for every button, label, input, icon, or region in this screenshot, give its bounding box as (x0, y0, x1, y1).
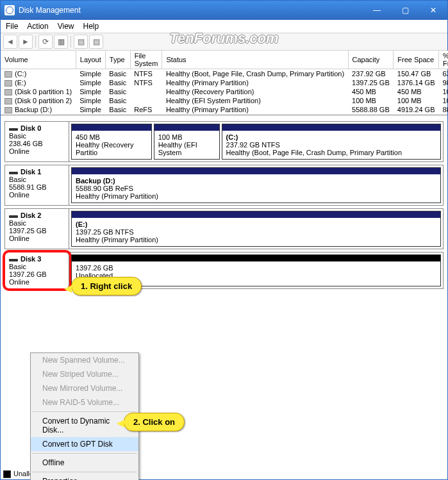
col-layout[interactable]: Layout (76, 51, 105, 69)
disk-row[interactable]: Disk 2Basic1397.25 GBOnline(E:)1397.25 G… (4, 208, 444, 249)
partition[interactable]: (C:)237.92 GB NTFSHealthy (Boot, Page Fi… (222, 124, 441, 160)
context-menu-item: New Striped Volume... (31, 367, 138, 381)
col-fs[interactable]: File System (130, 51, 162, 69)
context-menu-item: New Spanned Volume... (31, 353, 138, 367)
partition[interactable]: 450 MBHealthy (Recovery Partitio (71, 124, 152, 160)
context-menu-item: New Mirrored Volume... (31, 381, 138, 395)
context-menu-item[interactable]: Convert to GPT Disk (31, 437, 138, 451)
volume-table[interactable]: Volume Layout Type File System Status Ca… (1, 51, 448, 114)
maximize-button[interactable]: ▢ (391, 1, 419, 20)
view-button-2[interactable]: ▤ (89, 35, 103, 49)
col-capacity[interactable]: Capacity (348, 51, 394, 69)
context-menu-item: New RAID-5 Volume... (31, 395, 138, 410)
refresh-button[interactable]: ⟳ (38, 35, 53, 49)
callout-click-on: 2. Click on (124, 413, 185, 431)
col-type[interactable]: Type (105, 51, 130, 69)
context-menu: New Spanned Volume...New Striped Volume.… (30, 352, 139, 480)
forward-button[interactable]: ► (19, 35, 33, 49)
table-row[interactable]: (C:)SimpleBasicNTFSHealthy (Boot, Page F… (1, 69, 448, 79)
menubar: File Action View Help (1, 20, 447, 33)
settings-button[interactable]: ▦ (54, 35, 68, 49)
partition[interactable]: Backup (D:)5588.90 GB ReFSHealthy (Prima… (71, 167, 441, 203)
volume-list-pane: Volume Layout Type File System Status Ca… (1, 51, 447, 116)
table-row[interactable]: (E:)SimpleBasicNTFSHealthy (Primary Part… (1, 78, 448, 87)
close-button[interactable]: ✕ (419, 1, 447, 20)
context-menu-item[interactable]: Properties (31, 474, 138, 480)
col-volume[interactable]: Volume (1, 51, 76, 69)
context-menu-item[interactable]: Offline (31, 456, 138, 470)
menu-help[interactable]: Help (83, 22, 99, 31)
app-icon (4, 5, 15, 15)
disk-header[interactable]: Disk 3Basic1397.26 GBOnline (5, 252, 69, 288)
partition[interactable]: 100 MBHealthy (EFI System (154, 124, 220, 160)
disk-row[interactable]: Disk 1Basic5588.91 GBOnlineBackup (D:)55… (4, 165, 444, 206)
table-row[interactable]: (Disk 0 partition 1)SimpleBasicHealthy (… (1, 87, 448, 96)
table-row[interactable]: (Disk 0 partition 2)SimpleBasicHealthy (… (1, 96, 448, 105)
table-row[interactable]: Backup (D:)SimpleBasicReFSHealthy (Prima… (1, 105, 448, 114)
disk-management-window: Disk Management — ▢ ✕ File Action View H… (0, 0, 448, 480)
titlebar[interactable]: Disk Management — ▢ ✕ (1, 1, 447, 20)
disk-header[interactable]: Disk 0Basic238.46 GBOnline (5, 122, 69, 161)
menu-action[interactable]: Action (27, 22, 48, 31)
disk-header[interactable]: Disk 2Basic1397.25 GBOnline (5, 209, 69, 249)
partition[interactable]: (E:)1397.25 GB NTFSHealthy (Primary Part… (71, 211, 441, 247)
minimize-button[interactable]: — (363, 1, 391, 20)
disk-graph-pane: Disk 0Basic238.46 GBOnline450 MBHealthy … (1, 116, 447, 294)
toolbar: ◄ ► ⟳ ▦ ▤ ▤ (1, 33, 447, 51)
col-pctfree[interactable]: % Free (438, 51, 448, 69)
disk-header[interactable]: Disk 1Basic5588.91 GBOnline (5, 165, 69, 205)
back-button[interactable]: ◄ (3, 35, 17, 49)
view-button-1[interactable]: ▤ (74, 35, 88, 49)
callout-right-click: 1. Right click (71, 277, 142, 295)
window-title: Disk Management (19, 6, 363, 15)
menu-view[interactable]: View (58, 22, 74, 31)
disk-row[interactable]: Disk 3Basic1397.26 GBOnline1397.26 GBUna… (4, 252, 444, 289)
menu-file[interactable]: File (6, 22, 18, 31)
disk-row[interactable]: Disk 0Basic238.46 GBOnline450 MBHealthy … (4, 121, 444, 162)
col-status[interactable]: Status (162, 51, 348, 69)
col-free[interactable]: Free Space (394, 51, 439, 69)
